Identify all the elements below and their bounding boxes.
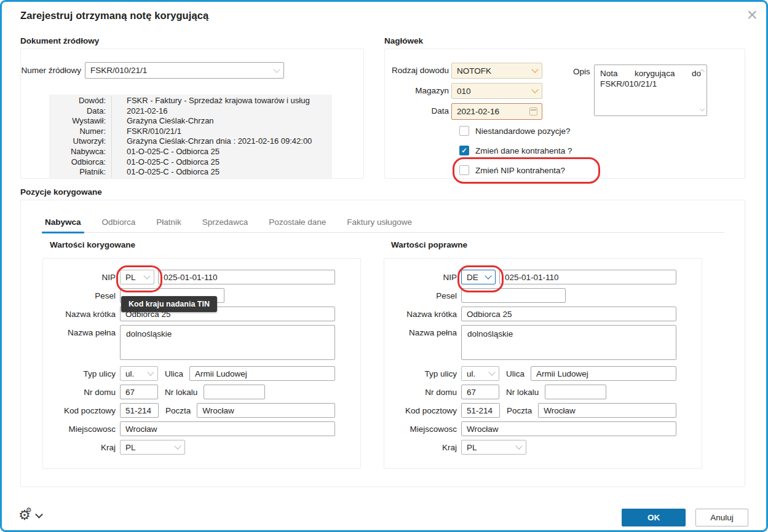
city-row: Miejscowosc <box>384 421 676 436</box>
post-office-label: Poczta <box>165 406 191 415</box>
checkbox-checked[interactable]: ✓ <box>459 146 469 155</box>
warehouse-label: Magazyn <box>386 86 449 95</box>
chevron-down-icon <box>531 86 538 93</box>
nip-country-select[interactable]: DE <box>461 270 496 284</box>
source-number-label: Numer źródłowy <box>21 66 81 75</box>
tab-odbiorca[interactable]: Odbiorca <box>101 217 137 232</box>
cancel-button[interactable]: Anuluj <box>695 509 748 526</box>
checkbox-change-contractor-data[interactable]: ✓ Zmień dane kontrahenta ? <box>459 146 572 155</box>
checkbox-label: Zmień dane kontrahenta ? <box>475 146 572 155</box>
post-office-label: Poczta <box>507 406 532 415</box>
apartment-number-input[interactable] <box>204 385 265 399</box>
street-label: Ulica <box>165 369 183 378</box>
house-number-label: Nr domu <box>43 388 120 397</box>
chevron-down-icon <box>531 66 538 72</box>
description-textarea[interactable]: Nota korygująca do FSKR/010/21/1 <box>594 65 707 116</box>
checkbox-unchecked[interactable] <box>459 126 469 136</box>
street-input[interactable] <box>189 366 335 381</box>
nip-label: NIP <box>384 273 461 282</box>
nip-input[interactable] <box>499 270 676 284</box>
street-type-select[interactable]: ul. <box>120 366 158 381</box>
source-document-box: Numer źródłowy FSKR/010/21/1 Dowód:FSKR … <box>20 49 364 179</box>
source-number-value: FSKR/010/21/1 <box>90 66 147 75</box>
short-name-row: Nazwa krótka <box>384 307 676 321</box>
country-label: Kraj <box>384 443 461 452</box>
post-office-input[interactable] <box>197 403 335 418</box>
street-type-label: Typ ulicy <box>43 369 120 378</box>
full-name-row: Nazwa pełna dolnośląskie <box>43 325 335 360</box>
postal-code-row: Kod pocztowy Poczta <box>43 403 335 418</box>
date-value: 2021-02-16 <box>457 107 499 116</box>
apartment-number-label: Nr lokalu <box>506 388 539 397</box>
post-office-input[interactable] <box>538 403 676 418</box>
ok-button[interactable]: OK <box>622 509 686 526</box>
checkbox-nonstandard-positions[interactable]: Niestandardowe pozycje? <box>459 126 571 136</box>
checkbox-change-contractor-nip[interactable]: Zmień NIP kontrahenta? <box>459 165 565 175</box>
description-field-wrap: Nota korygująca do FSKR/010/21/1 <box>594 65 707 116</box>
street-input[interactable] <box>531 366 676 381</box>
full-name-label: Nazwa pełna <box>384 325 461 337</box>
pesel-input[interactable] <box>461 288 566 303</box>
info-label: Numer: <box>49 127 112 137</box>
settings-menu-button[interactable]: ⚙ ⚙ <box>18 509 42 522</box>
house-number-label: Nr domu <box>384 388 461 397</box>
short-name-label: Nazwa krótka <box>43 310 120 319</box>
corrected-items-box: Nabywca Odbiorca Płatnik Sprzedawca Pozo… <box>20 200 745 487</box>
city-input[interactable] <box>461 421 676 436</box>
city-input[interactable] <box>120 421 335 436</box>
short-name-input[interactable] <box>461 307 676 321</box>
chevron-down-icon <box>273 66 280 72</box>
document-type-value: NOTOFK <box>457 66 491 76</box>
nip-input[interactable] <box>158 270 335 284</box>
source-number-select[interactable]: FSKR/010/21/1 <box>85 62 284 79</box>
calendar-icon[interactable] <box>529 108 537 115</box>
apartment-number-input[interactable] <box>545 385 606 399</box>
tab-pozostale-dane[interactable]: Pozostałe dane <box>267 217 327 232</box>
chevron-down-icon <box>147 369 154 375</box>
chevron-down-icon <box>488 369 495 375</box>
nip-row: NIP PL <box>43 270 335 284</box>
full-name-textarea[interactable]: dolnośląskie <box>120 325 335 360</box>
info-value: Grażyna Cieślak-Chrzan dnia : 2021-02-16… <box>112 136 312 147</box>
house-number-row: Nr domu Nr lokalu <box>384 385 676 399</box>
info-label: Odbiorca: <box>49 157 112 168</box>
tab-faktury-uslugowe[interactable]: Faktury usługowe <box>346 217 413 232</box>
warehouse-value: 010 <box>457 87 471 96</box>
street-type-select[interactable]: ul. <box>461 366 499 381</box>
info-value: 2021-02-16 <box>112 106 168 117</box>
postal-code-input[interactable] <box>461 403 500 418</box>
chevron-down-icon <box>143 272 150 279</box>
tab-platnik[interactable]: Płatnik <box>155 217 183 232</box>
header-box: Rodzaj dowodu NOTOFK Magazyn 010 Data 20… <box>384 49 745 179</box>
nip-country-value: DE <box>467 273 478 282</box>
checkbox-unchecked[interactable] <box>459 165 469 175</box>
full-name-textarea[interactable]: dolnośląskie <box>461 325 676 360</box>
source-document-section-label: Dokument źródłowy <box>20 36 99 45</box>
info-label: Nabywca: <box>49 147 112 157</box>
nip-country-select[interactable]: PL <box>120 270 154 284</box>
info-row: Utworzył:Grażyna Cieślak-Chrzan dnia : 2… <box>49 136 332 147</box>
street-type-value: ul. <box>125 369 134 378</box>
checkbox-label: Zmień NIP kontrahenta? <box>475 166 565 175</box>
street-type-row: Typ ulicy ul. Ulica <box>43 366 335 381</box>
house-number-input[interactable] <box>461 385 499 399</box>
checkmark-icon: ✓ <box>461 146 467 155</box>
document-type-select[interactable]: NOTOFK <box>451 63 542 79</box>
country-value: PL <box>467 443 477 452</box>
close-icon[interactable]: × <box>746 6 758 24</box>
country-select[interactable]: PL <box>120 440 185 455</box>
house-number-input[interactable] <box>120 385 158 399</box>
city-label: Miejscowosc <box>43 424 120 434</box>
warehouse-select[interactable]: 010 <box>451 83 542 99</box>
date-label: Data <box>386 106 449 115</box>
pesel-row: Pesel <box>384 288 676 303</box>
tab-nabywca[interactable]: Nabywca <box>44 217 82 232</box>
nip-country-value: PL <box>125 273 136 282</box>
gear-small-icon: ⚙ <box>26 507 32 514</box>
country-row: Kraj PL <box>43 440 335 455</box>
postal-code-input[interactable] <box>120 403 159 418</box>
tab-sprzedawca[interactable]: Sprzedawca <box>201 217 249 232</box>
info-label: Data: <box>49 106 112 117</box>
country-select[interactable]: PL <box>461 440 526 455</box>
date-input[interactable]: 2021-02-16 <box>451 103 542 120</box>
